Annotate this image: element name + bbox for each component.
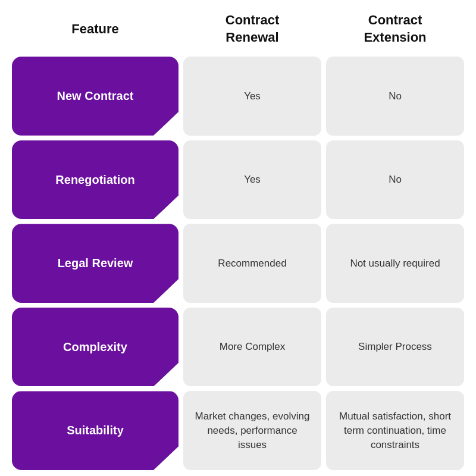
renewal-value-cell: More Complex	[183, 308, 321, 387]
feature-cell: Legal Review	[12, 224, 178, 303]
renewal-value-cell: Recommended	[183, 224, 321, 303]
extension-value-cell: Mutual satisfaction, short term continua…	[326, 391, 464, 470]
renewal-value-cell: Yes	[183, 140, 321, 220]
table-row: New ContractYesNo	[12, 57, 464, 136]
extension-value-cell: Simpler Process	[326, 308, 464, 387]
table-row: RenegotiationYesNo	[12, 140, 464, 220]
comparison-table: Feature ContractRenewal ContractExtensio…	[0, 0, 476, 476]
feature-cell: New Contract	[12, 57, 178, 136]
table-header: Feature ContractRenewal ContractExtensio…	[12, 12, 464, 51]
renewal-value-cell: Market changes, evolving needs, performa…	[183, 391, 321, 470]
header-feature: Feature	[12, 12, 178, 46]
table-body: New ContractYesNoRenegotiationYesNoLegal…	[12, 57, 464, 470]
extension-value-cell: No	[326, 140, 464, 220]
header-col2: ContractExtension	[326, 12, 464, 46]
table-row: SuitabilityMarket changes, evolving need…	[12, 391, 464, 470]
extension-value-cell: Not usually required	[326, 224, 464, 303]
table-row: Legal ReviewRecommendedNot usually requi…	[12, 224, 464, 303]
header-col1: ContractRenewal	[183, 12, 321, 46]
renewal-value-cell: Yes	[183, 57, 321, 136]
extension-value-cell: No	[326, 57, 464, 136]
feature-cell: Complexity	[12, 308, 178, 387]
table-row: ComplexityMore ComplexSimpler Process	[12, 308, 464, 387]
feature-cell: Renegotiation	[12, 140, 178, 220]
feature-cell: Suitability	[12, 391, 178, 470]
